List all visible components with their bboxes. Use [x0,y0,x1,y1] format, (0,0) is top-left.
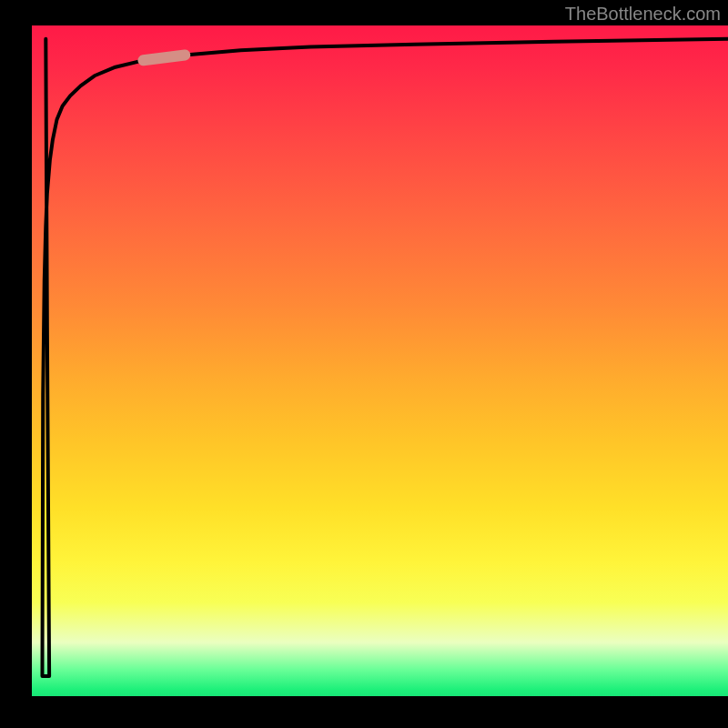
chart-plot-area [32,25,728,696]
watermark-text: TheBottleneck.com [565,4,721,25]
chart-background-gradient [32,25,728,696]
